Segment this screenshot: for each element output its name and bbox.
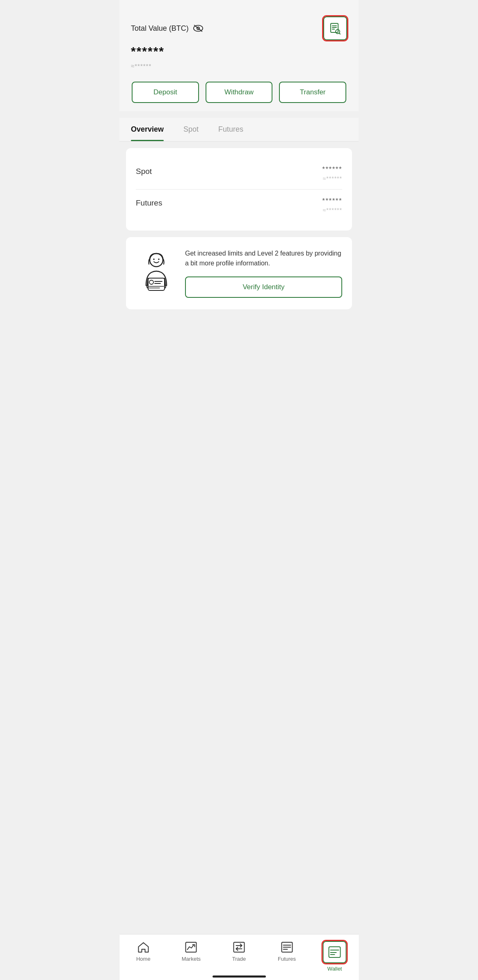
verify-content: Get increased limits and Level 2 feature… bbox=[185, 249, 342, 298]
spot-label: Spot bbox=[136, 165, 152, 176]
btc-value: ****** bbox=[131, 44, 347, 58]
overview-card: Spot ****** ≈****** Futures ****** ≈****… bbox=[126, 148, 352, 231]
deposit-button[interactable]: Deposit bbox=[132, 82, 199, 103]
spot-values: ****** ≈****** bbox=[322, 165, 342, 182]
verify-identity-button[interactable]: Verify Identity bbox=[185, 276, 342, 298]
total-value-label: Total Value (BTC) bbox=[131, 24, 204, 33]
svg-point-13 bbox=[149, 280, 153, 284]
futures-label: Futures bbox=[136, 197, 162, 208]
report-button[interactable] bbox=[323, 16, 347, 40]
spot-btc: ****** bbox=[322, 165, 342, 174]
header-area: Total Value (BTC) ****** ≈****** Dep bbox=[119, 0, 359, 111]
futures-row[interactable]: Futures ****** ≈****** bbox=[136, 189, 342, 221]
tab-overview[interactable]: Overview bbox=[131, 118, 164, 141]
futures-btc: ****** bbox=[322, 197, 342, 205]
spacer bbox=[126, 316, 352, 365]
total-value-row: Total Value (BTC) bbox=[131, 16, 347, 40]
main-content: Spot ****** ≈****** Futures ****** ≈****… bbox=[119, 142, 359, 365]
svg-point-11 bbox=[158, 258, 160, 260]
spot-row[interactable]: Spot ****** ≈****** bbox=[136, 158, 342, 189]
tab-futures[interactable]: Futures bbox=[218, 118, 243, 141]
verify-text: Get increased limits and Level 2 feature… bbox=[185, 249, 342, 268]
verify-card: Get increased limits and Level 2 feature… bbox=[126, 237, 352, 309]
spot-approx: ≈****** bbox=[322, 175, 342, 182]
verify-illustration bbox=[136, 249, 177, 295]
futures-approx: ≈****** bbox=[322, 207, 342, 213]
tabs-row: Overview Spot Futures bbox=[119, 118, 359, 142]
futures-values: ****** ≈****** bbox=[322, 197, 342, 213]
tab-spot[interactable]: Spot bbox=[183, 118, 199, 141]
total-value-text: Total Value (BTC) bbox=[131, 24, 189, 33]
svg-line-8 bbox=[339, 33, 341, 34]
action-buttons: Deposit Withdraw Transfer bbox=[131, 82, 347, 103]
withdraw-button[interactable]: Withdraw bbox=[206, 82, 273, 103]
svg-point-10 bbox=[153, 258, 155, 260]
approx-value: ≈****** bbox=[131, 62, 347, 69]
hide-balance-icon[interactable] bbox=[193, 25, 204, 32]
transfer-button[interactable]: Transfer bbox=[279, 82, 346, 103]
